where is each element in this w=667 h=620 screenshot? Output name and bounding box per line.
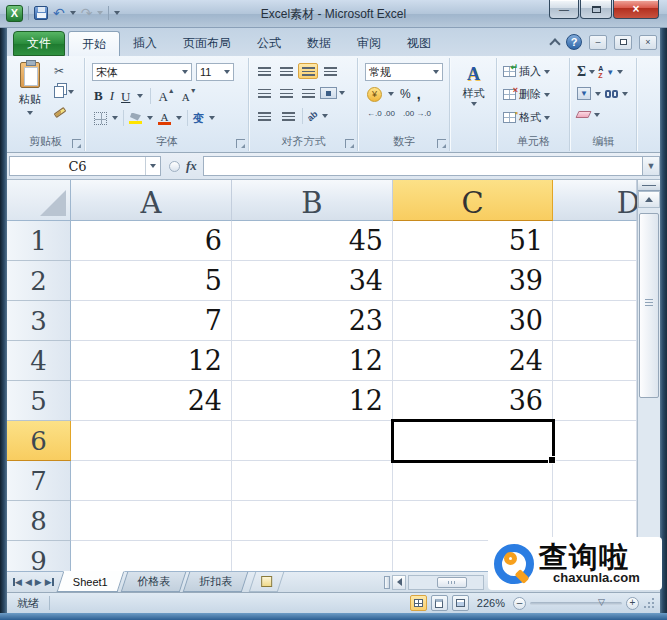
minimize-ribbon-icon[interactable] (549, 38, 560, 49)
cell-D7[interactable] (553, 461, 637, 501)
cell-B6[interactable] (232, 421, 393, 461)
cut-button[interactable]: ✂ (54, 64, 64, 78)
cell-D6[interactable] (553, 421, 637, 461)
prev-sheet-icon[interactable]: ◀ (25, 577, 32, 587)
row-header-2[interactable]: 2 (7, 261, 71, 301)
help-icon[interactable]: ? (566, 34, 582, 50)
close-button[interactable]: × (613, 0, 659, 19)
comma-style-button[interactable]: , (417, 86, 421, 102)
decrease-indent-button[interactable] (254, 108, 274, 124)
scroll-left-icon[interactable] (392, 575, 406, 590)
cell-B2[interactable]: 34 (232, 261, 393, 301)
cell-A9[interactable] (71, 541, 232, 571)
cell-C5[interactable]: 36 (393, 381, 553, 421)
cell-C1[interactable]: 51 (393, 221, 553, 261)
italic-button[interactable]: I (110, 88, 114, 104)
tab-审阅[interactable]: 审阅 (344, 31, 394, 56)
horizontal-scroll-track[interactable] (408, 575, 484, 590)
insert-function-button[interactable]: fx (186, 158, 197, 174)
accounting-format-button[interactable]: ¥ (367, 87, 382, 102)
insert-cells-button[interactable]: ↵ 插入 (503, 64, 550, 79)
cell-B8[interactable] (232, 501, 393, 541)
fill-color-button[interactable] (129, 113, 142, 124)
sheet-tab-折扣表[interactable]: 折扣表 (182, 572, 247, 592)
tab-视图[interactable]: 视图 (394, 31, 444, 56)
cell-D2[interactable] (553, 261, 637, 301)
row-header-3[interactable]: 3 (7, 301, 71, 341)
number-format-combo[interactable]: 常规 (365, 63, 443, 81)
increase-decimal-button[interactable]: ←.0 .00 (367, 110, 395, 118)
cell-A2[interactable]: 5 (71, 261, 232, 301)
zoom-slider[interactable]: ▽ (530, 602, 622, 605)
orientation-dropdown-icon[interactable] (322, 114, 328, 118)
column-header-D[interactable]: D (553, 180, 637, 221)
cell-A7[interactable] (71, 461, 232, 501)
phonetic-button[interactable]: 变 (193, 111, 204, 126)
clear-icon[interactable] (575, 111, 591, 118)
page-layout-view-button[interactable] (431, 595, 448, 611)
styles-button[interactable]: A 样式 (451, 64, 496, 106)
cell-B1[interactable]: 45 (232, 221, 393, 261)
delete-cells-button[interactable]: × 删除 (503, 87, 550, 102)
cell-A8[interactable] (71, 501, 232, 541)
cell-B9[interactable] (232, 541, 393, 571)
phonetic-dropdown-icon[interactable] (209, 116, 215, 120)
formula-input[interactable] (203, 156, 642, 176)
row-header-6[interactable]: 6 (7, 421, 71, 461)
next-sheet-icon[interactable]: ▶ (35, 577, 42, 587)
scroll-up-icon[interactable] (638, 191, 660, 208)
copy-button[interactable] (54, 86, 74, 98)
cell-B5[interactable]: 12 (232, 381, 393, 421)
maximize-button[interactable] (580, 0, 612, 19)
paste-button[interactable]: 粘贴 (12, 62, 48, 115)
row-header-8[interactable]: 8 (7, 501, 71, 541)
insert-worksheet-tab[interactable] (248, 572, 283, 592)
align-center-button[interactable] (276, 85, 296, 101)
split-handle[interactable] (384, 576, 390, 589)
font-name-combo[interactable]: 宋体 (92, 63, 192, 81)
decrease-decimal-button[interactable]: .00 →.0 (403, 110, 431, 118)
underline-button[interactable]: U (121, 87, 130, 105)
number-dialog-launcher-icon[interactable] (437, 139, 446, 148)
find-dropdown-icon[interactable] (622, 92, 628, 96)
bold-button[interactable]: B (94, 88, 103, 104)
borders-icon[interactable] (94, 112, 107, 125)
row-header-4[interactable]: 4 (7, 341, 71, 381)
tab-数据[interactable]: 数据 (294, 31, 344, 56)
align-right-button[interactable] (298, 85, 318, 101)
font-dialog-launcher-icon[interactable] (236, 139, 245, 148)
zoom-slider-handle[interactable]: ▽ (598, 597, 605, 607)
last-sheet-icon[interactable]: ▶ (45, 577, 54, 587)
alignment-dialog-launcher-icon[interactable] (345, 139, 354, 148)
sort-dropdown-icon[interactable] (617, 70, 623, 74)
cell-A4[interactable]: 12 (71, 341, 232, 381)
orientation-button[interactable]: ab (305, 109, 319, 123)
align-middle-button[interactable] (276, 63, 296, 79)
cell-C7[interactable] (393, 461, 553, 501)
minimize-button[interactable]: — (549, 0, 579, 19)
sort-filter-button[interactable]: AZ (598, 65, 603, 79)
font-size-combo[interactable]: 11 (196, 63, 234, 81)
zoom-out-button[interactable]: – (513, 597, 526, 610)
cell-C2[interactable]: 39 (393, 261, 553, 301)
cell-C4[interactable]: 24 (393, 341, 553, 381)
cell-D3[interactable] (553, 301, 637, 341)
cell-D1[interactable] (553, 221, 637, 261)
shrink-font-button[interactable]: A▼ (182, 87, 197, 105)
align-bottom-button[interactable] (298, 63, 318, 79)
tab-插入[interactable]: 插入 (120, 31, 170, 56)
workbook-minimize-button[interactable]: – (589, 35, 607, 50)
tab-公式[interactable]: 公式 (244, 31, 294, 56)
column-header-C[interactable]: C (393, 180, 553, 221)
tab-file[interactable]: 文件 (13, 31, 65, 56)
cell-D8[interactable] (553, 501, 637, 541)
clear-dropdown-icon[interactable] (594, 113, 600, 117)
first-sheet-icon[interactable]: ◀ (13, 577, 22, 587)
cell-B7[interactable] (232, 461, 393, 501)
select-all-corner[interactable] (7, 180, 71, 221)
cell-A1[interactable]: 6 (71, 221, 232, 261)
merge-center-dropdown-icon[interactable] (339, 91, 345, 95)
name-box[interactable]: C6 (9, 156, 161, 176)
autosum-dropdown-icon[interactable] (589, 70, 595, 74)
wrap-text-button[interactable] (320, 63, 340, 79)
